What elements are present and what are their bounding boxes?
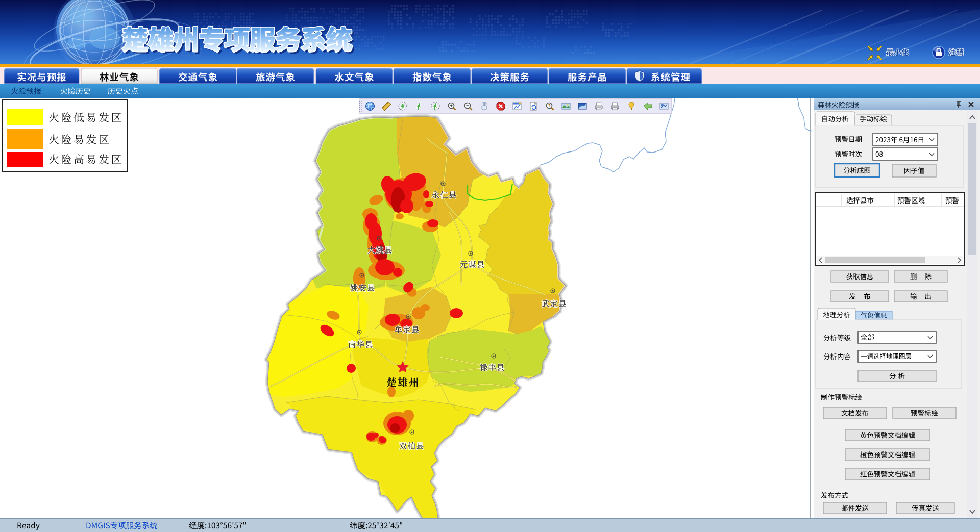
svg-text:?: ? <box>548 103 551 108</box>
